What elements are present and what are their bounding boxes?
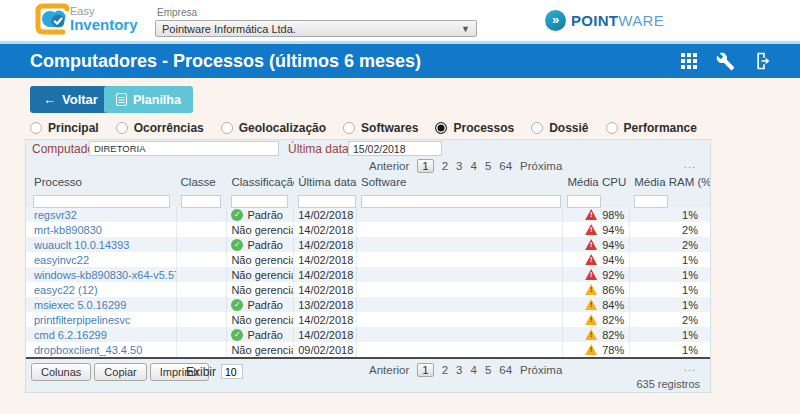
radio-icon <box>30 122 42 134</box>
process-link[interactable]: cmd 6.2.16299 <box>34 329 107 341</box>
column-header-media-cpu[interactable]: Média CPU (%) <box>563 176 630 188</box>
pagination-page[interactable]: 5 <box>485 364 491 376</box>
copiar-button[interactable]: Copiar <box>94 363 146 381</box>
filter-bar: Computador Última data <box>26 140 710 158</box>
pagination-page-last[interactable]: 64 <box>499 364 512 376</box>
pagination-previous[interactable]: Anterior <box>369 364 409 376</box>
pointware-logo: » POINTWARE <box>545 10 664 31</box>
colunas-button[interactable]: Colunas <box>31 363 91 381</box>
table-header: Processo Classe Classificação Última dat… <box>26 174 710 190</box>
empresa-select[interactable]: Pointware Informática Ltda. ▼ <box>155 20 477 37</box>
tab-bar: Principal Ocorrências Geolocalização Sof… <box>30 121 697 135</box>
process-link[interactable]: easyc22 (12) <box>34 284 98 296</box>
pagination-page[interactable]: 3 <box>456 160 462 172</box>
tab-ocorrencias[interactable]: Ocorrências <box>116 121 204 135</box>
warning-triangle-icon: ! <box>585 254 597 265</box>
process-link[interactable]: printfilterpipelinesvc <box>34 314 131 326</box>
column-header-media-ram[interactable]: Média RAM (%) <box>630 176 710 188</box>
table-row: cmd 6.2.16299 ✓Padrão 14/02/2018 !82% 1% <box>26 327 710 342</box>
logout-door-icon[interactable] <box>754 51 774 71</box>
pagination-page[interactable]: 2 <box>442 364 448 376</box>
process-link[interactable]: windows-kb890830-x64-v5.57-delta <box>34 269 177 281</box>
tab-dossie[interactable]: Dossiê <box>531 121 588 135</box>
tab-performance[interactable]: Performance <box>606 121 697 135</box>
pagination-top: Anterior 1 2 3 4 5 64 Próxima <box>369 159 562 173</box>
radio-icon <box>343 122 355 134</box>
table-row: wuauclt 10.0.14393 ✓Padrão 14/02/2018 !9… <box>26 237 710 252</box>
pagination-previous[interactable]: Anterior <box>369 160 409 172</box>
planilha-label: Planilha <box>133 93 181 107</box>
main-panel: Computador Última data Anterior 1 2 3 4 … <box>25 139 711 393</box>
table-row: easyc22 (12) ✓Não gerenciado 14/02/2018 … <box>26 282 710 297</box>
process-link[interactable]: msiexec 5.0.16299 <box>34 299 126 311</box>
warning-triangle-icon: ! <box>585 299 597 310</box>
pagination-page[interactable]: 2 <box>442 160 448 172</box>
exibir-input[interactable] <box>221 364 243 379</box>
back-arrow-icon: ← <box>43 92 56 107</box>
empresa-selected-value: Pointware Informática Ltda. <box>162 23 461 35</box>
pointware-chevrons-icon: » <box>545 10 566 31</box>
computador-input[interactable] <box>89 141 279 156</box>
page-title: Computadores - Processos (últimos 6 mese… <box>30 51 681 72</box>
column-header-ultima-data[interactable]: Última data <box>294 176 357 188</box>
planilha-button[interactable]: Planilha <box>104 86 193 113</box>
pagination-page-last[interactable]: 64 <box>499 160 512 172</box>
more-options-icon[interactable]: ... <box>684 158 696 170</box>
apps-grid-icon[interactable] <box>681 53 697 69</box>
warning-triangle-icon: ! <box>585 224 597 235</box>
warning-triangle-icon: ! <box>585 269 597 280</box>
table-row: msiexec 5.0.16299 ✓Padrão 13/02/2018 !84… <box>26 297 710 312</box>
spreadsheet-icon <box>116 93 127 106</box>
tab-processos[interactable]: Processos <box>435 121 514 135</box>
more-options-icon[interactable]: ... <box>684 361 696 373</box>
pagination-page[interactable]: 4 <box>471 364 477 376</box>
process-link[interactable]: regsvr32 <box>34 209 77 221</box>
process-link[interactable]: mrt-kb890830 <box>34 224 102 236</box>
column-header-software[interactable]: Software <box>357 176 563 188</box>
pagination-page-current[interactable]: 1 <box>417 159 433 173</box>
check-circle-icon: ✓ <box>231 329 243 341</box>
column-header-classe[interactable]: Classe <box>177 176 228 188</box>
check-circle-icon: ✓ <box>231 239 243 251</box>
table-row: dropboxclient_43.4.50 ✓Não gerenciado 09… <box>26 342 710 357</box>
tab-softwares[interactable]: Softwares <box>343 121 418 135</box>
tab-principal[interactable]: Principal <box>30 121 99 135</box>
voltar-button[interactable]: ← Voltar <box>30 86 111 113</box>
radio-icon <box>606 122 618 134</box>
voltar-label: Voltar <box>62 92 98 107</box>
brand-text-point: POINT <box>571 12 618 29</box>
table-row: mrt-kb890830 ✓Não gerenciado 14/02/2018 … <box>26 222 710 237</box>
wrench-icon[interactable] <box>716 52 735 71</box>
warning-triangle-icon: ! <box>585 329 597 340</box>
pagination-page[interactable]: 4 <box>471 160 477 172</box>
table-row: regsvr32 ✓Padrão 14/02/2018 !98% 1% <box>26 207 710 222</box>
ultima-data-input[interactable] <box>348 141 442 156</box>
pagination-next[interactable]: Próxima <box>520 160 562 172</box>
table-footer: Colunas Copiar Imprimir Exibir Anterior … <box>26 359 710 394</box>
cloud-check-icon <box>34 3 74 35</box>
brand-text-ware: WARE <box>618 12 664 29</box>
pagination-page-current[interactable]: 1 <box>417 363 433 377</box>
pagination-page[interactable]: 5 <box>485 160 491 172</box>
process-link[interactable]: easyinvc22 <box>34 254 89 266</box>
check-circle-icon: ✓ <box>231 209 243 221</box>
records-count: 635 registros <box>636 378 700 390</box>
warning-triangle-icon: ! <box>585 209 597 220</box>
table-body: regsvr32 ✓Padrão 14/02/2018 !98% 1% mrt-… <box>26 207 710 357</box>
title-bar: Computadores - Processos (últimos 6 mese… <box>0 44 800 78</box>
warning-triangle-icon: ! <box>585 344 597 355</box>
chevron-down-icon: ▼ <box>461 24 470 34</box>
check-circle-icon: ✓ <box>231 299 243 311</box>
process-link[interactable]: dropboxclient_43.4.50 <box>34 344 142 356</box>
radio-icon <box>531 122 543 134</box>
process-link[interactable]: wuauclt 10.0.14393 <box>34 239 129 251</box>
column-header-processo[interactable]: Processo <box>26 176 177 188</box>
pagination-page[interactable]: 3 <box>456 364 462 376</box>
pagination-bottom: Anterior 1 2 3 4 5 64 Próxima <box>369 363 562 377</box>
radio-icon <box>116 122 128 134</box>
logo-text-inventory: Inventory <box>70 17 138 32</box>
pagination-next[interactable]: Próxima <box>520 364 562 376</box>
column-header-classificacao[interactable]: Classificação <box>227 176 294 188</box>
tab-geolocalizacao[interactable]: Geolocalização <box>221 121 326 135</box>
app-header: Easy Inventory Empresa Pointware Informá… <box>0 0 800 41</box>
